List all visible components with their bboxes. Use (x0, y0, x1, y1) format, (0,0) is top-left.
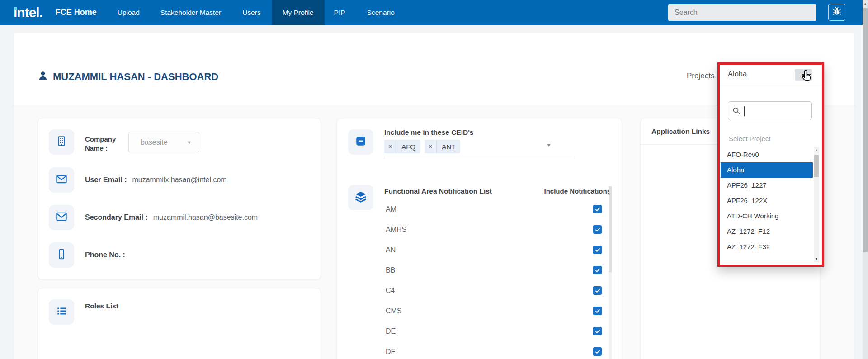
ceid-chip: × AFQ (384, 140, 420, 153)
include-notifications-header: Include Notifications (544, 187, 611, 195)
projects-dropdown-annotation-box: Aloha ▼ Select Project AFO-Rev0 Aloha AP… (717, 62, 824, 267)
table-row: AM (337, 200, 623, 220)
page-title: MUZAMMIL HASAN - DASHBOARD (38, 70, 218, 84)
application-links-title: Application Links (651, 128, 710, 136)
ceid-icon-tile (348, 129, 373, 155)
table-row: AN (337, 241, 623, 261)
projects-dropdown: Aloha ▼ Select Project AFO-Rev0 Aloha AP… (720, 65, 822, 265)
text-cursor (744, 106, 745, 116)
company-name-label: Company Name : (85, 135, 128, 153)
include-notifications-checkbox[interactable] (593, 205, 602, 213)
select-project-group-label: Select Project (729, 135, 771, 142)
functional-area-label: DE (386, 327, 396, 335)
intel-logo-reg-mark (40, 15, 42, 17)
project-option[interactable]: AFO-Rev0 (721, 147, 813, 162)
company-name-value: basesite (141, 138, 168, 146)
project-option[interactable]: ATD-CH Working (721, 208, 813, 224)
remove-chip-icon[interactable]: × (425, 140, 437, 153)
roles-icon-tile (49, 299, 74, 325)
table-row: CMS (337, 302, 623, 322)
include-notifications-checkbox[interactable] (593, 266, 602, 274)
include-notifications-checkbox[interactable] (593, 286, 602, 295)
secondary-email-label: Secondary Email : (85, 213, 148, 222)
roles-card: Roles List (38, 288, 321, 359)
include-notifications-checkbox[interactable] (593, 246, 602, 254)
envelope-icon (55, 210, 68, 225)
scroll-up-icon[interactable]: ▲ (863, 0, 868, 8)
project-option[interactable]: APF26_122X (721, 193, 813, 208)
project-option-selected[interactable]: Aloha (721, 162, 813, 178)
functional-area-label: BB (386, 266, 395, 274)
intel-logo-dot (14, 7, 17, 10)
project-option[interactable]: AZ_1272_F12 (721, 224, 813, 239)
projects-label: Projects (687, 71, 714, 80)
project-search-input[interactable] (728, 101, 812, 120)
intel-logo-text: ıntel (14, 5, 39, 20)
include-notifications-checkbox[interactable] (593, 307, 602, 315)
nav-item-upload[interactable]: Upload (118, 9, 140, 17)
user-email-icon-tile (49, 167, 74, 193)
functional-area-label: AN (386, 246, 396, 254)
remove-chip-icon[interactable]: × (384, 140, 396, 153)
functional-area-label: DF (386, 348, 395, 356)
secondary-email-value: muzammil.hasan@basesite.com (153, 213, 258, 222)
roles-list-title: Roles List (85, 302, 118, 310)
scrollbar-thumb[interactable] (814, 155, 819, 177)
user-icon (38, 70, 48, 84)
functional-area-label: C4 (386, 287, 395, 295)
nav-item-stakeholder-master[interactable]: Stakeholder Master (160, 9, 221, 17)
envelope-icon (55, 173, 68, 187)
include-notifications-checkbox[interactable] (593, 327, 602, 335)
chevron-down-icon[interactable]: ▼ (546, 142, 552, 148)
phone-icon-tile (49, 242, 74, 268)
page-scrollbar[interactable]: ▲ (863, 0, 868, 359)
phone-icon (56, 248, 67, 262)
nav-item-my-profile-active[interactable]: My Profile (272, 0, 325, 25)
scroll-up-icon[interactable]: ▲ (814, 147, 819, 153)
page-title-text: MUZAMMIL HASAN - DASHBOARD (53, 71, 218, 83)
search-input[interactable] (668, 4, 816, 21)
scroll-down-icon[interactable]: ▼ (814, 256, 819, 262)
selected-project-value: Aloha (728, 70, 747, 78)
mouse-cursor-hand (801, 69, 814, 85)
functional-area-label: CMS (386, 307, 402, 315)
user-email-label: User Email : (85, 176, 127, 184)
ceid-title: Include me in these CEID's (384, 128, 474, 137)
divider (384, 157, 572, 157)
company-icon-tile (49, 129, 74, 155)
secondary-email-icon-tile (49, 205, 74, 230)
nav-item-pip[interactable]: PIP (334, 9, 345, 17)
ceid-chip: × ANT (425, 140, 460, 153)
nav-item-scenario[interactable]: Scenario (367, 9, 395, 17)
scrollbar-thumb[interactable] (863, 8, 868, 252)
minus-square-icon (355, 135, 367, 149)
functional-area-label: AMHS (386, 226, 406, 234)
nav-item-users[interactable]: Users (242, 9, 260, 17)
table-row: C4 (337, 281, 623, 302)
ceid-chip-label: AFQ (396, 140, 420, 153)
include-notifications-checkbox[interactable] (593, 225, 602, 234)
user-email-value: muzammilx.hasan@intel.com (132, 176, 226, 184)
table-row: DE (337, 322, 623, 342)
nav-item-fce-home[interactable]: FCE Home (56, 8, 97, 17)
ceid-chip-list: × AFQ × ANT (384, 140, 460, 153)
include-notifications-checkbox[interactable] (593, 347, 602, 356)
functional-area-label: AM (386, 205, 396, 213)
profile-card: Company Name : basesite ▼ User Email : m… (38, 118, 321, 279)
notifications-card: Include me in these CEID's × AFQ × ANT ▼ (337, 118, 622, 359)
chevron-down-icon: ▼ (187, 140, 192, 145)
project-option[interactable]: APF26_1227 (721, 178, 813, 193)
ceid-chip-label: ANT (437, 140, 460, 153)
top-navbar: ıntel FCE Home Upload Stakeholder Master… (0, 0, 868, 25)
company-name-select[interactable]: basesite ▼ (128, 132, 199, 152)
phone-label: Phone No. : (85, 251, 125, 259)
functional-area-title: Functional Area Notification List (384, 187, 492, 195)
table-row: AMHS (337, 220, 623, 241)
table-row: DF (337, 342, 623, 359)
intel-logo[interactable]: ıntel (14, 0, 42, 25)
scrollbar-thumb[interactable] (609, 186, 612, 272)
project-option[interactable]: AZ_1272_F32 (721, 239, 813, 255)
bug-icon (832, 6, 842, 18)
bug-report-button[interactable] (828, 4, 845, 21)
table-row: BB (337, 261, 623, 281)
